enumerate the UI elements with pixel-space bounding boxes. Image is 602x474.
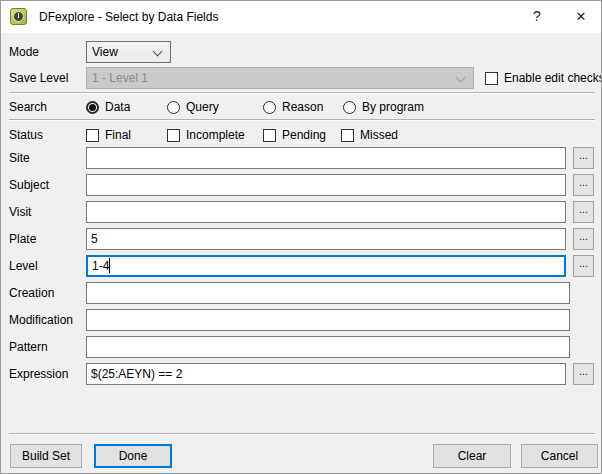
site-label: Site [9,151,30,165]
radio-query[interactable] [167,101,180,114]
separator [9,433,595,434]
modification-label: Modification [9,313,73,327]
modification-input[interactable] [86,309,570,331]
field-row-level: Level ... [1,255,602,277]
cancel-button[interactable]: Cancel [521,444,598,468]
enable-edit-checks-label: Enable edit checks [504,71,602,85]
field-row-expression: Expression ... [1,363,602,385]
save-level-select: 1 - Level 1 [86,67,474,89]
window-title: DFexplore - Select by Data Fields [39,10,218,24]
search-option-query: Query [167,99,219,115]
level-label: Level [9,259,38,273]
field-row-pattern: Pattern [1,336,602,358]
dfexplore-app-icon [10,8,27,25]
field-row-creation: Creation [1,282,602,304]
save-level-selected-value: 1 - Level 1 [92,71,148,85]
level-input[interactable] [86,255,566,277]
save-level-label: Save Level [9,71,68,85]
status-option-incomplete: Incomplete [167,127,245,143]
checkbox-missed[interactable] [341,129,354,142]
title-bar: DFexplore - Select by Data Fields ? ✕ [1,1,601,33]
done-button[interactable]: Done [94,444,172,468]
pattern-label: Pattern [9,340,48,354]
status-option-final: Final [86,127,131,143]
dialog-window: DFexplore - Select by Data Fields ? ✕ Mo… [0,0,602,474]
field-row-modification: Modification [1,309,602,331]
checkbox-pending[interactable] [263,129,276,142]
search-option-data: Data [86,99,130,115]
visit-input[interactable] [86,201,566,223]
field-row-visit: Visit ... [1,201,602,223]
chevron-down-icon [153,47,163,57]
subject-browse-button[interactable]: ... [573,174,594,196]
radio-by-program[interactable] [343,101,356,114]
expression-browse-button[interactable]: ... [573,363,594,385]
radio-by-program-label: By program [362,100,424,114]
radio-data-label: Data [105,100,130,114]
search-option-reason: Reason [263,99,323,115]
visit-browse-button[interactable]: ... [573,201,594,223]
radio-reason-label: Reason [282,100,323,114]
chevron-down-icon [456,73,466,83]
radio-reason[interactable] [263,101,276,114]
checkbox-incomplete[interactable] [167,129,180,142]
field-row-plate: Plate ... [1,228,602,250]
build-set-button[interactable]: Build Set [10,444,82,468]
creation-label: Creation [9,286,54,300]
subject-input[interactable] [86,174,566,196]
pattern-input[interactable] [86,336,570,358]
field-row-site: Site ... [1,147,602,169]
plate-browse-button[interactable]: ... [573,228,594,250]
plate-input[interactable] [86,228,566,250]
separator [9,119,595,120]
checkbox-missed-label: Missed [360,128,398,142]
enable-edit-checks-option: Enable edit checks [485,70,602,86]
level-browse-button[interactable]: ... [573,255,594,277]
enable-edit-checks-checkbox[interactable] [485,72,498,85]
visit-label: Visit [9,205,31,219]
field-row-subject: Subject ... [1,174,602,196]
checkbox-pending-label: Pending [282,128,326,142]
status-option-missed: Missed [341,127,398,143]
search-option-by-program: By program [343,99,424,115]
checkbox-incomplete-label: Incomplete [186,128,245,142]
status-option-pending: Pending [263,127,326,143]
help-button[interactable]: ? [521,1,553,32]
radio-data[interactable] [86,101,99,114]
mode-label: Mode [9,45,39,59]
plate-label: Plate [9,232,36,246]
subject-label: Subject [9,178,49,192]
site-input[interactable] [86,147,566,169]
separator [9,92,595,93]
text-cursor [109,258,110,273]
checkbox-final[interactable] [86,129,99,142]
mode-selected-value: View [92,45,118,59]
radio-query-label: Query [186,100,219,114]
close-button[interactable]: ✕ [565,1,597,32]
expression-label: Expression [9,367,68,381]
clock-hand [18,13,19,18]
status-label: Status [9,128,43,142]
creation-input[interactable] [86,282,570,304]
search-label: Search [9,100,47,114]
expression-input[interactable] [86,363,566,385]
clear-button[interactable]: Clear [433,444,511,468]
mode-select[interactable]: View [86,41,171,63]
site-browse-button[interactable]: ... [573,147,594,169]
checkbox-final-label: Final [105,128,131,142]
